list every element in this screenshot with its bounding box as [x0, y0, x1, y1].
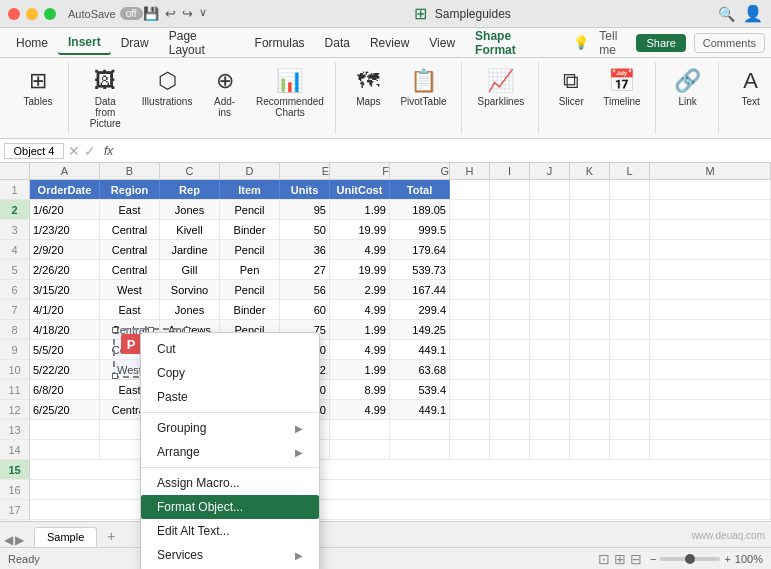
cell-G2[interactable]: 189.05: [390, 200, 450, 219]
close-button[interactable]: [8, 8, 20, 20]
cell-F11[interactable]: 8.99: [330, 380, 390, 399]
col-header-F[interactable]: F: [330, 163, 390, 179]
page-layout-view-icon[interactable]: ⊞: [614, 551, 626, 567]
cell-M6[interactable]: [650, 280, 771, 299]
sparklines-button[interactable]: 📈 Sparklines: [472, 64, 531, 111]
page-break-view-icon[interactable]: ⊟: [630, 551, 642, 567]
cell-A7[interactable]: 4/1/20: [30, 300, 100, 319]
ctx-assign-macro[interactable]: Assign Macro...: [141, 471, 319, 495]
cell-L2[interactable]: [610, 200, 650, 219]
col-header-B[interactable]: B: [100, 163, 160, 179]
cell-F1[interactable]: UnitCost: [330, 180, 390, 199]
cell-M4[interactable]: [650, 240, 771, 259]
cell-G11[interactable]: 539.4: [390, 380, 450, 399]
cell-M10[interactable]: [650, 360, 771, 379]
cell-E6[interactable]: 56: [280, 280, 330, 299]
cell-I8[interactable]: [490, 320, 530, 339]
cell-A8[interactable]: 4/18/20: [30, 320, 100, 339]
cell-I14[interactable]: [490, 440, 530, 459]
pivottable-button[interactable]: 📋 PivotTable: [394, 64, 452, 111]
cell-L12[interactable]: [610, 400, 650, 419]
cell-H7[interactable]: [450, 300, 490, 319]
cell-J1[interactable]: [530, 180, 570, 199]
cell-G10[interactable]: 63.68: [390, 360, 450, 379]
recommended-charts-button[interactable]: 📊 RecommendedCharts: [253, 64, 328, 122]
cell-D6[interactable]: Pencil: [220, 280, 280, 299]
tab-home[interactable]: Home: [6, 32, 58, 54]
cell-B7[interactable]: East: [100, 300, 160, 319]
tab-formulas[interactable]: Formulas: [245, 32, 315, 54]
ctx-edit-alt-text[interactable]: Edit Alt Text...: [141, 519, 319, 543]
cell-J10[interactable]: [530, 360, 570, 379]
cell-K4[interactable]: [570, 240, 610, 259]
cell-D7[interactable]: Binder: [220, 300, 280, 319]
link-button[interactable]: 🔗 Link: [666, 64, 710, 111]
zoom-slider-thumb[interactable]: [685, 554, 695, 564]
cell-E3[interactable]: 50: [280, 220, 330, 239]
cell-I3[interactable]: [490, 220, 530, 239]
cell-H2[interactable]: [450, 200, 490, 219]
cell-J12[interactable]: [530, 400, 570, 419]
resize-handle-tl[interactable]: [112, 327, 118, 333]
comments-button[interactable]: Comments: [694, 33, 765, 53]
cell-G8[interactable]: 149.25: [390, 320, 450, 339]
cell-I4[interactable]: [490, 240, 530, 259]
ctx-services[interactable]: Services ▶: [141, 543, 319, 567]
cell-I10[interactable]: [490, 360, 530, 379]
normal-view-icon[interactable]: ⊡: [598, 551, 610, 567]
cell-G14[interactable]: [390, 440, 450, 459]
cell-K10[interactable]: [570, 360, 610, 379]
cell-L8[interactable]: [610, 320, 650, 339]
cell-M7[interactable]: [650, 300, 771, 319]
cell-G5[interactable]: 539.73: [390, 260, 450, 279]
cell-K14[interactable]: [570, 440, 610, 459]
cell-E1[interactable]: Units: [280, 180, 330, 199]
cell-H1[interactable]: [450, 180, 490, 199]
cell-F13[interactable]: [330, 420, 390, 439]
customize-icon[interactable]: ∨: [199, 6, 207, 21]
cell-F5[interactable]: 19.99: [330, 260, 390, 279]
zoom-slider[interactable]: [660, 557, 720, 561]
cell-E2[interactable]: 95: [280, 200, 330, 219]
addins-button[interactable]: ⊕ Add-ins: [203, 64, 247, 122]
cell-K13[interactable]: [570, 420, 610, 439]
cell-H13[interactable]: [450, 420, 490, 439]
cell-I5[interactable]: [490, 260, 530, 279]
cell-A5[interactable]: 2/26/20: [30, 260, 100, 279]
cell-M1[interactable]: [650, 180, 771, 199]
cell-F8[interactable]: 1.99: [330, 320, 390, 339]
cell-B5[interactable]: Central: [100, 260, 160, 279]
cell-F7[interactable]: 4.99: [330, 300, 390, 319]
save-icon[interactable]: 💾: [143, 6, 159, 21]
col-header-M[interactable]: M: [650, 163, 771, 179]
cell-C7[interactable]: Jones: [160, 300, 220, 319]
cell-C5[interactable]: Gill: [160, 260, 220, 279]
cell-H10[interactable]: [450, 360, 490, 379]
col-header-C[interactable]: C: [160, 163, 220, 179]
cell-J14[interactable]: [530, 440, 570, 459]
slicer-button[interactable]: ⧉ Slicer: [549, 64, 593, 111]
sheet-add-button[interactable]: +: [99, 525, 123, 547]
autosave-toggle[interactable]: off: [120, 7, 143, 20]
col-header-D[interactable]: D: [220, 163, 280, 179]
cell-I7[interactable]: [490, 300, 530, 319]
cell-G9[interactable]: 449.1: [390, 340, 450, 359]
cell-B6[interactable]: West: [100, 280, 160, 299]
col-header-E[interactable]: E: [280, 163, 330, 179]
tab-page-layout[interactable]: Page Layout: [159, 25, 245, 61]
cell-I12[interactable]: [490, 400, 530, 419]
cell-C3[interactable]: Kivell: [160, 220, 220, 239]
cell-B1[interactable]: Region: [100, 180, 160, 199]
cell-L6[interactable]: [610, 280, 650, 299]
cell-E5[interactable]: 27: [280, 260, 330, 279]
redo-icon[interactable]: ↪: [182, 6, 193, 21]
cell-L9[interactable]: [610, 340, 650, 359]
cell-F4[interactable]: 4.99: [330, 240, 390, 259]
cell-A4[interactable]: 2/9/20: [30, 240, 100, 259]
cell-L13[interactable]: [610, 420, 650, 439]
cell-G13[interactable]: [390, 420, 450, 439]
cell-K9[interactable]: [570, 340, 610, 359]
cell-D5[interactable]: Pen: [220, 260, 280, 279]
profile-icon[interactable]: 👤: [743, 4, 763, 23]
cell-C4[interactable]: Jardine: [160, 240, 220, 259]
